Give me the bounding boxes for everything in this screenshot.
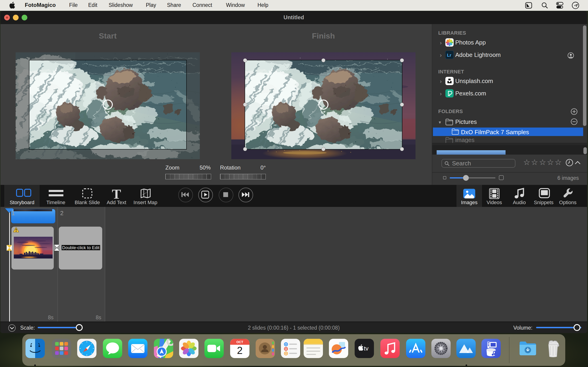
svg-text:tv: tv — [364, 345, 368, 352]
svg-text:OCT: OCT — [236, 340, 243, 344]
svg-text:Lr: Lr — [447, 53, 451, 58]
svg-text:2: 2 — [237, 345, 242, 356]
